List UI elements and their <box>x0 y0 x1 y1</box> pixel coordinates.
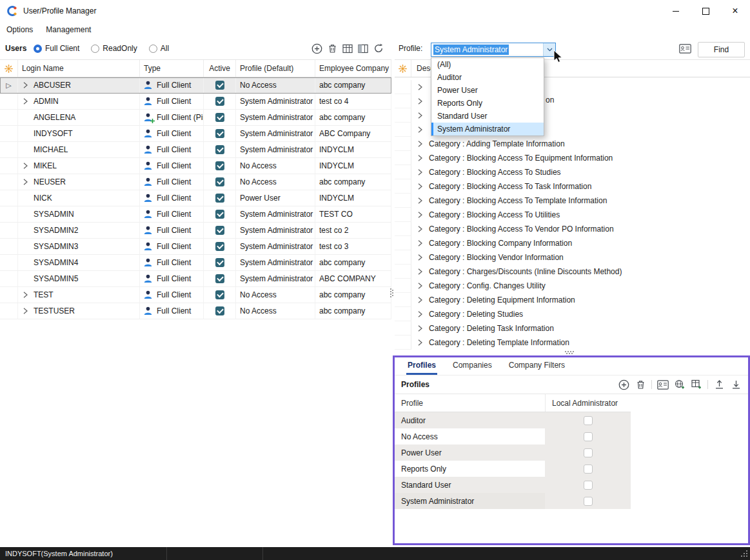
expand-chevron-icon[interactable] <box>418 268 424 275</box>
menu-management[interactable]: Management <box>44 24 92 35</box>
grid-add-button[interactable] <box>691 377 702 392</box>
tree-row[interactable]: Category : Blocking Access To Utilities <box>395 208 750 222</box>
profile-row[interactable]: Power User <box>395 445 631 461</box>
user-filter-radio[interactable]: Full Client <box>34 44 79 53</box>
expand-chevron-icon[interactable] <box>418 183 424 190</box>
expand-chevron-icon[interactable] <box>418 98 424 105</box>
login-name-cell[interactable]: NICK <box>18 190 140 206</box>
panel-tab[interactable]: Companies <box>451 357 493 375</box>
add-user-button[interactable] <box>311 41 322 55</box>
active-checkbox[interactable] <box>215 210 224 219</box>
column-header-login-name[interactable]: Login Name <box>18 60 140 77</box>
tree-row[interactable]: Category : Blocking Vendor Information <box>395 250 750 265</box>
expand-chevron-icon[interactable] <box>418 283 424 289</box>
vertical-splitter-grip[interactable] <box>390 288 391 290</box>
export-button[interactable] <box>713 377 725 392</box>
expand-chevron-icon[interactable] <box>418 254 424 261</box>
dropdown-item[interactable]: (All) <box>431 58 544 71</box>
tree-row[interactable]: Category : Deleting Task Information <box>395 321 750 335</box>
local-admin-checkbox[interactable] <box>584 465 593 474</box>
active-checkbox[interactable] <box>215 274 224 283</box>
active-checkbox[interactable] <box>215 226 224 235</box>
tree-row[interactable]: Category : Charges/Discounts (Inline Dis… <box>395 265 750 279</box>
find-button[interactable]: Find <box>698 42 745 57</box>
dropdown-item[interactable]: Power User <box>431 84 544 97</box>
tree-row[interactable]: Category : Deleting Template Information <box>395 335 750 350</box>
column-header-type[interactable]: Type <box>140 60 204 77</box>
active-checkbox[interactable] <box>215 177 224 186</box>
local-admin-checkbox[interactable] <box>584 432 593 441</box>
login-name-cell[interactable]: SYSADMIN4 <box>18 255 140 270</box>
expand-chevron-icon[interactable] <box>418 197 424 204</box>
expand-chevron-icon[interactable] <box>418 240 424 246</box>
login-name-cell[interactable]: NEUSER <box>18 174 140 190</box>
login-name-cell[interactable]: MICHAEL <box>18 142 140 157</box>
profile-row[interactable]: Reports Only <box>395 461 631 477</box>
column-header-employee-company[interactable]: Employee Company <box>315 60 391 77</box>
expand-chevron-icon[interactable] <box>23 82 29 88</box>
expand-chevron-icon[interactable] <box>23 179 29 185</box>
panel-tab[interactable]: Company Filters <box>508 357 566 375</box>
import-button[interactable] <box>730 377 742 392</box>
login-name-cell[interactable]: TEST <box>18 287 140 303</box>
customize-header-cell[interactable] <box>0 60 18 77</box>
active-checkbox[interactable] <box>215 242 224 251</box>
user-card-button[interactable] <box>677 37 693 59</box>
user-row[interactable]: ▷ SYSADMIN4 <box>0 255 391 271</box>
profile-row[interactable]: System Administrator <box>395 493 631 509</box>
column-header-profile[interactable]: Profile <box>395 394 545 412</box>
user-row[interactable]: ▷ MIKEL <box>0 158 391 174</box>
active-checkbox[interactable] <box>215 258 224 267</box>
user-row[interactable]: ▷ SYSADMIN2 <box>0 223 391 239</box>
active-checkbox[interactable] <box>215 290 224 299</box>
login-name-cell[interactable]: ABCUSER <box>18 77 140 93</box>
user-row[interactable]: ▷ SYSADMIN5 <box>0 271 391 287</box>
local-admin-checkbox[interactable] <box>584 416 593 425</box>
refresh-button[interactable] <box>373 41 384 55</box>
horizontal-splitter-grip[interactable] <box>565 351 566 352</box>
column-header-active[interactable]: Active <box>204 60 236 77</box>
tree-row[interactable]: Category : Adding Template Information <box>395 137 750 151</box>
active-checkbox[interactable] <box>215 81 224 90</box>
menu-options[interactable]: Options <box>5 24 34 35</box>
active-checkbox[interactable] <box>215 194 224 203</box>
user-row[interactable]: ▷ MICHAEL <box>0 142 391 158</box>
expand-chevron-icon[interactable] <box>418 155 424 161</box>
profile-row[interactable]: Auditor <box>395 412 631 428</box>
active-checkbox[interactable] <box>215 161 224 170</box>
dropdown-item[interactable]: Reports Only <box>431 97 544 110</box>
user-row[interactable]: ▷ SYSADMIN3 <box>0 239 391 255</box>
minimize-button[interactable] <box>661 0 691 22</box>
active-checkbox[interactable] <box>215 306 224 315</box>
login-name-cell[interactable]: SYSADMIN5 <box>18 271 140 286</box>
tree-row[interactable]: Category : Blocking Access To Template I… <box>395 194 750 208</box>
tree-row[interactable]: Category : Blocking Company Information <box>395 236 750 250</box>
maximize-button[interactable] <box>691 0 720 22</box>
login-name-cell[interactable]: MIKEL <box>18 158 140 174</box>
tree-row[interactable]: Category : Blocking Access To Studies <box>395 165 750 179</box>
user-row[interactable]: ▷ SYSADMIN <box>0 206 391 223</box>
login-name-cell[interactable]: SYSADMIN <box>18 206 140 222</box>
active-checkbox[interactable] <box>215 113 224 122</box>
resize-grip-icon[interactable] <box>741 555 742 557</box>
dropdown-item[interactable]: System Administrator <box>431 123 544 135</box>
column-header-local-administrator[interactable]: Local Administrator <box>545 394 631 412</box>
user-row[interactable]: ▷ NICK <box>0 190 391 206</box>
tree-row[interactable]: Category : Deleting Studies <box>395 307 750 321</box>
expand-chevron-icon[interactable] <box>418 112 424 119</box>
login-name-cell[interactable]: SYSADMIN3 <box>18 239 140 254</box>
user-filter-radio[interactable]: All <box>149 44 169 53</box>
login-name-cell[interactable]: SYSADMIN2 <box>18 223 140 238</box>
user-row[interactable]: ▷ TESTUSER <box>0 303 391 319</box>
login-name-cell[interactable]: ADMIN <box>18 94 140 109</box>
tree-row[interactable]: Category : Config. Changes Utility <box>395 279 750 293</box>
expand-chevron-icon[interactable] <box>418 297 424 303</box>
expand-chevron-icon[interactable] <box>418 141 424 147</box>
profile-row[interactable]: No Access <box>395 428 631 445</box>
panel-tab[interactable]: Profiles <box>406 357 437 375</box>
user-row[interactable]: ▷ TEST <box>0 287 391 303</box>
profile-row[interactable]: Standard User <box>395 477 631 493</box>
tree-row[interactable]: Category : Deleting Equipment Informatio… <box>395 293 750 307</box>
local-admin-checkbox[interactable] <box>584 481 593 490</box>
profile-combobox[interactable]: System Administrator <box>431 43 556 57</box>
